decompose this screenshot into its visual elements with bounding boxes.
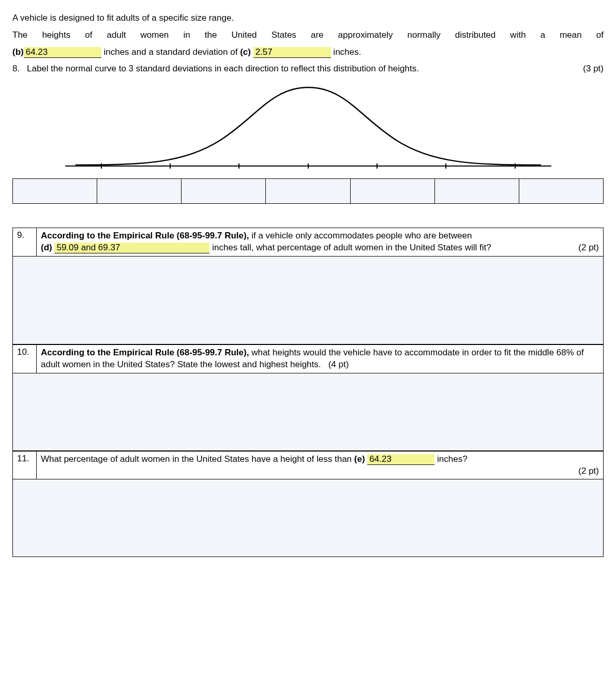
- intro-text: A vehicle is designed to fit adults of a…: [12, 12, 604, 58]
- q10-answer-area[interactable]: [13, 373, 604, 450]
- q9-prompt: According to the Empirical Rule (68-95-9…: [37, 228, 604, 256]
- blank-c-value[interactable]: 2.57: [253, 47, 331, 58]
- intro-line1: A vehicle is designed to fit adults of a…: [12, 12, 604, 24]
- q8-points: (3 pt): [573, 64, 604, 74]
- q11-points: (2 pt): [578, 465, 599, 477]
- blank-e-label: (e): [354, 454, 365, 464]
- q10-lead: According to the Empirical Rule (68-95-9…: [41, 348, 249, 357]
- normal-curve-icon: [50, 78, 567, 176]
- q11-answer-area[interactable]: [13, 479, 604, 557]
- q10-points: (4 pt): [328, 359, 349, 369]
- blank-b-value[interactable]: 64.23: [24, 47, 101, 58]
- q10-prompt: According to the Empirical Rule (68-95-9…: [37, 344, 604, 373]
- blank-e-value[interactable]: 64.23: [367, 454, 434, 465]
- blank-d-value[interactable]: 59.09 and 69.37: [54, 243, 209, 253]
- sd-label-table: [12, 178, 604, 204]
- intro-mid: inches and a standard deviation of: [101, 47, 240, 57]
- intro-line2b: (b)64.23 inches and a standard deviation…: [12, 47, 604, 58]
- question-9-table: 9. According to the Empirical Rule (68-9…: [12, 228, 604, 344]
- sd-label-cell[interactable]: [519, 178, 603, 203]
- blank-b-label: (b): [12, 47, 24, 57]
- sd-label-cell[interactable]: [266, 178, 350, 203]
- q10-number: 10.: [13, 344, 37, 373]
- sd-label-cell[interactable]: [350, 178, 434, 203]
- blank-c-label: (c): [240, 47, 251, 57]
- q11-text2: inches?: [434, 454, 467, 464]
- sd-label-cell[interactable]: [182, 178, 266, 203]
- q9-number: 9.: [13, 228, 37, 256]
- q11-text1: What percentage of adult women in the Un…: [41, 454, 354, 464]
- question-11-table: 11. What percentage of adult women in th…: [12, 451, 604, 558]
- question-8: 8. Label the normal curve to 3 standard …: [12, 64, 604, 74]
- q9-lead: According to the Empirical Rule (68-95-9…: [41, 231, 249, 240]
- question-10-table: 10. According to the Empirical Rule (68-…: [12, 344, 604, 451]
- sd-label-cell[interactable]: [97, 178, 182, 203]
- intro-end: inches.: [331, 47, 362, 57]
- q11-number: 11.: [13, 451, 37, 479]
- q9-rest2: inches tall, what percentage of adult wo…: [209, 243, 491, 252]
- q9-points: (2 pt): [578, 242, 599, 254]
- q9-answer-area[interactable]: [13, 256, 604, 344]
- normal-curve-figure: [12, 78, 604, 204]
- blank-d-label: (d): [41, 243, 52, 252]
- intro-line2a: The heights of adult women in the United…: [12, 29, 604, 41]
- q8-number: 8.: [12, 64, 27, 74]
- sd-label-cell[interactable]: [13, 178, 97, 203]
- sd-label-cell[interactable]: [434, 178, 519, 203]
- q11-prompt: What percentage of adult women in the Un…: [37, 451, 604, 479]
- q9-rest1: if a vehicle only accommodates people wh…: [249, 231, 472, 240]
- q8-text: Label the normal curve to 3 standard dev…: [27, 64, 573, 74]
